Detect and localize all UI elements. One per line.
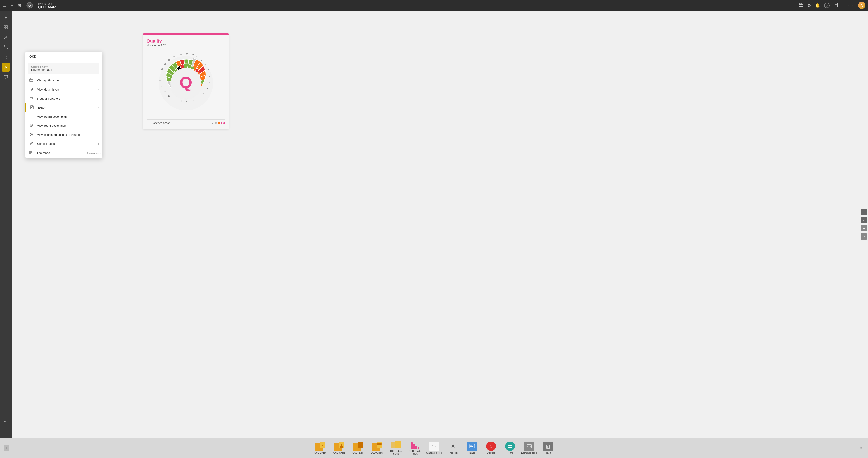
menu-item-input-indicators[interactable]: Input of indicators	[25, 94, 102, 103]
room-title: QCD Board	[38, 5, 57, 9]
actions-count: 1 opened action	[151, 121, 170, 125]
toolbar-item-qcd-letter[interactable]: L QCD Letter	[311, 439, 329, 457]
qcd-chart-container: Q 30 1 2 3 4 5 6 7 8 9 10 11	[147, 49, 225, 117]
svg-rect-18	[4, 75, 8, 78]
bottom-toolbar: ↓ L QCD Letter QCD Chart	[0, 438, 868, 458]
qcd-footer: 1 opened action Ext.	[147, 119, 225, 125]
left-sidebar: ••• ← ↓	[0, 11, 12, 438]
qcd-ext-legend: Ext.	[210, 122, 225, 124]
toolbar-item-standard-notes[interactable]: Abc Standard notes	[425, 439, 443, 457]
toolbar-item-qcd-action-cards[interactable]: QCD action cards	[387, 439, 405, 457]
list-small-icon	[147, 121, 150, 125]
sidebar-tool-connect[interactable]	[2, 43, 10, 52]
day-4: 4	[209, 75, 210, 77]
qcd-chart-label: QCD Chart	[334, 452, 345, 454]
svg-point-3	[801, 3, 803, 5]
doc-icon[interactable]	[834, 3, 838, 8]
menu-item-consolidation[interactable]: Consolidation ›	[25, 139, 102, 148]
handle-expand-right[interactable]: ›	[861, 209, 867, 215]
toolbar-item-stickers[interactable]: Stickers	[482, 439, 500, 457]
trash-label: Trash	[545, 452, 551, 454]
menu-item-view-board-action-plan-label: View board action plan	[37, 115, 67, 118]
menu-item-change-month[interactable]: Change the month	[25, 76, 102, 85]
selected-month-label: Selected month	[31, 65, 96, 68]
sidebar-tool-comment[interactable]	[2, 73, 10, 82]
toolbar-item-qcd-chart[interactable]: QCD Chart	[330, 439, 348, 457]
team-icon	[505, 442, 515, 451]
menu-icon[interactable]: ☰	[3, 3, 6, 8]
toolbar-item-qcd-pareto-chart[interactable]: QCD Pareto chart	[406, 439, 424, 457]
qcd-table-icon	[353, 442, 363, 451]
day-16: 16	[159, 80, 161, 82]
selected-month-block: Selected month November 2024	[28, 63, 99, 74]
svg-point-5	[800, 6, 803, 7]
settings-icon[interactable]: ⚙	[807, 3, 811, 8]
day-12: 12	[174, 98, 176, 101]
menu-item-export[interactable]: → Export ›	[25, 103, 102, 112]
qcd-table-label: QCD Table	[352, 452, 364, 454]
sidebar-tool-pointer[interactable]	[2, 13, 10, 22]
sidebar-tool-gear[interactable]	[2, 63, 10, 71]
toolbar-item-exchange-zone[interactable]: Exchange zone	[520, 439, 538, 457]
menu-item-view-room-action-plan[interactable]: View room action plan	[25, 121, 102, 130]
menu-item-view-escalated-actions[interactable]: View escalated actions to this room	[25, 130, 102, 139]
edit-btn[interactable]: ✏	[859, 445, 864, 451]
apps-icon[interactable]: ⋮⋮⋮	[842, 3, 854, 8]
toolbar-item-free-text[interactable]: A Free text	[444, 439, 462, 457]
qcd-letter-label: QCD Letter	[314, 452, 326, 454]
day-22: 22	[180, 54, 182, 56]
toolbar-item-qcd-table[interactable]: QCD Table	[349, 439, 367, 457]
svg-point-15	[7, 48, 8, 49]
room-plan-icon	[29, 123, 34, 128]
handle-collapse-left[interactable]: ‹	[861, 217, 867, 223]
toolbar-item-image[interactable]: Image	[463, 439, 481, 457]
menu-item-view-board-action-plan[interactable]: View board action plan	[25, 112, 102, 121]
edit-icon[interactable]: ✏	[859, 445, 864, 451]
user-avatar[interactable]: A	[858, 2, 865, 9]
lite-mode-badge: Deactivated	[86, 152, 99, 154]
help-icon[interactable]: ?	[824, 3, 830, 8]
svg-point-17	[5, 66, 6, 68]
lite-mode-icon	[29, 151, 34, 155]
day-6: 6	[207, 87, 208, 90]
menu-item-change-month-label: Change the month	[37, 79, 61, 82]
sidebar-tool-widget[interactable]	[2, 23, 10, 32]
toolbar-item-trash[interactable]: Trash	[539, 439, 557, 457]
stickers-label: Stickers	[487, 452, 495, 454]
topbar-left: ☰ ← ⊞ Q My trial room QCD Board	[3, 2, 798, 9]
sidebar-tool-undo[interactable]	[2, 53, 10, 61]
users-icon[interactable]	[798, 3, 803, 8]
day-8: 8	[198, 96, 199, 99]
day-1: 1	[200, 59, 202, 61]
sidebar-tool-more[interactable]: •••	[2, 417, 10, 425]
bell-icon[interactable]: 🔔	[815, 3, 820, 8]
grid-icon[interactable]: ⊞	[18, 3, 21, 8]
sidebar-tool-pen[interactable]	[2, 33, 10, 41]
menu-item-lite-mode[interactable]: Lite mode Deactivated ›	[25, 148, 102, 158]
handle-add[interactable]: +	[861, 225, 867, 231]
context-menu: QCD Selected month November 2024 Change …	[25, 52, 102, 159]
svg-point-45	[31, 144, 32, 145]
scroll-down-btn[interactable]: ↓	[4, 445, 9, 451]
canvas-area[interactable]: QCD Selected month November 2024 Change …	[12, 11, 868, 438]
team-label: Team	[507, 452, 513, 454]
day-9: 9	[193, 99, 194, 102]
svg-point-36	[31, 125, 32, 126]
toolbar-item-team[interactable]: Team	[501, 439, 519, 457]
sidebar-tool-back[interactable]: ←	[2, 427, 10, 435]
qcd-actions-text: 1 opened action	[147, 121, 170, 125]
day-15: 15	[161, 85, 163, 88]
day-5: 5	[209, 82, 210, 84]
down-arrow-icon[interactable]: ↓	[4, 445, 9, 451]
svg-point-59	[490, 445, 491, 446]
back-icon[interactable]: ←	[10, 3, 14, 8]
toolbar-item-qcd-actions[interactable]: QCD Actions	[368, 439, 386, 457]
menu-item-view-data-history[interactable]: View data history ›	[25, 85, 102, 94]
day-7: 7	[203, 92, 204, 94]
handle-navigate-right[interactable]: →	[861, 233, 867, 240]
free-text-label: Free text	[448, 452, 457, 454]
menu-item-consolidation-label: Consolidation	[37, 142, 55, 145]
arrow-icon-consolidation: ›	[98, 142, 99, 145]
svg-rect-19	[30, 79, 33, 82]
calendar-icon	[29, 78, 34, 83]
